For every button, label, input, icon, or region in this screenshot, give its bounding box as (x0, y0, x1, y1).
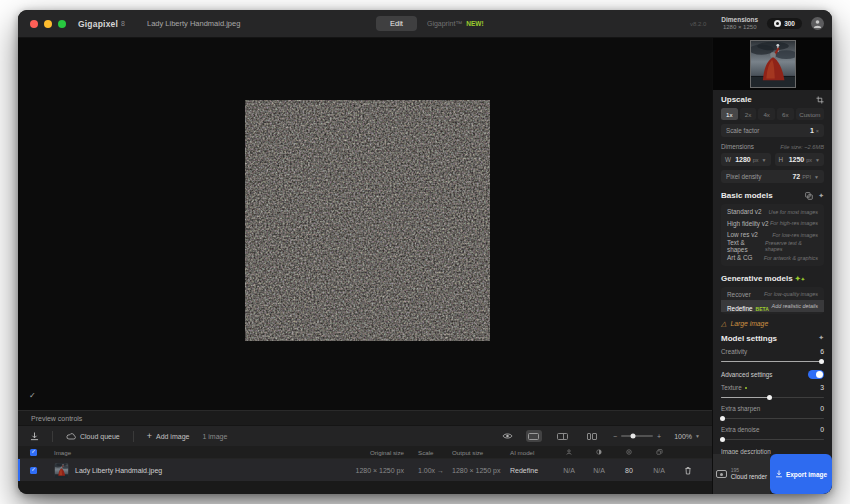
processed-checkmark: ✓ (29, 391, 36, 400)
view-split-button[interactable] (555, 430, 571, 442)
preview-toggle-button[interactable] (502, 432, 513, 440)
scale-option-2x[interactable]: 2x (740, 108, 757, 120)
height-field[interactable]: H 1250 px ▼ (775, 153, 825, 166)
export-image-button[interactable]: Export image (770, 454, 832, 494)
image-count-label: 1 image (202, 433, 227, 440)
warning-triangle-icon: △ (721, 320, 726, 328)
zoom-level-dropdown[interactable]: 100% ▼ (674, 433, 700, 440)
close-button[interactable] (30, 20, 38, 28)
table-row[interactable]: ✓ Lady Liberty Handmaid.jpeg 1280 × 1250… (18, 459, 712, 481)
cloud-render-button[interactable]: 195 Cloud render (713, 454, 770, 494)
column-compression (644, 449, 674, 455)
download-icon (30, 432, 39, 441)
column-output-size: Output size (452, 449, 510, 456)
tab-gigaprint[interactable]: Gigaprint™ (427, 20, 462, 27)
chevron-down-icon[interactable]: ▼ (762, 157, 767, 163)
row-quality-value: 80 (614, 467, 644, 474)
model-item-art-cg[interactable]: Art & CG For artwork & graphics (721, 252, 824, 264)
zoom-slider[interactable] (621, 435, 653, 437)
chevron-down-icon[interactable]: ▼ (815, 157, 820, 163)
height-value[interactable]: 1250 (789, 156, 805, 163)
scale-option-6x[interactable]: 6x (777, 108, 794, 120)
texture-value: 3 (820, 384, 824, 391)
scale-option-1x[interactable]: 1x (721, 108, 738, 120)
chevron-down-icon[interactable]: ▼ (814, 174, 819, 180)
scale-factor-field[interactable]: Scale factor 1 × (721, 124, 824, 137)
texture-label: Texture (721, 384, 747, 391)
advanced-settings-row: Advanced settings (721, 370, 824, 379)
texture-slider-handle[interactable] (767, 395, 772, 400)
scale-factor-label: Scale factor (726, 127, 759, 134)
generative-sparkles-icon: ✦✦ (795, 275, 805, 282)
dimensions-label: Dimensions (721, 143, 754, 150)
avatar[interactable] (811, 17, 824, 30)
pixel-density-field[interactable]: Pixel density 72 PPI ▼ (721, 170, 824, 183)
row-thumbnail (54, 463, 69, 478)
column-original-size: Original size (304, 449, 404, 456)
export-queue-button[interactable] (30, 432, 39, 441)
crop-icon[interactable] (816, 96, 824, 104)
width-field[interactable]: W 1280 px ▼ (721, 153, 771, 166)
generative-models-list: Recover For low-quality images RedefineB… (721, 287, 824, 314)
panel-actions: 195 Cloud render Export image (713, 454, 832, 494)
column-denoise (584, 449, 614, 455)
delete-image-button[interactable] (674, 466, 702, 475)
view-side-by-side-button[interactable] (584, 430, 600, 442)
extra-sharpen-slider[interactable] (721, 416, 824, 421)
minimize-button[interactable] (44, 20, 52, 28)
add-image-button[interactable]: + Add image (147, 432, 190, 441)
model-item-text-shapes[interactable]: Text & shapes Preserve text & shapes (721, 241, 824, 253)
row-compression-value: N/A (644, 467, 674, 474)
dial-icon (626, 449, 632, 455)
single-view-icon (528, 433, 539, 440)
sparkle-icon[interactable]: ✦ (818, 334, 824, 342)
model-item-high-fidelity-v2[interactable]: High fidelity v2 For high-res images (721, 218, 824, 230)
person-icon (566, 449, 572, 455)
trash-icon (684, 466, 692, 475)
model-item-redefine[interactable]: RedefineBETA Add realistic details (721, 300, 824, 312)
select-all-checkbox[interactable]: ✓ (30, 449, 37, 456)
zoom-level-value: 100% (674, 433, 692, 440)
creativity-slider[interactable] (721, 359, 824, 364)
preview-controls-label: Preview controls (31, 415, 82, 422)
document-filename: Lady Liberty Handmaid.jpeg (147, 19, 240, 28)
tab-edit[interactable]: Edit (376, 16, 417, 31)
pixel-density-value[interactable]: 72 (792, 173, 800, 180)
view-single-button[interactable] (526, 430, 542, 442)
fullscreen-button[interactable] (58, 20, 66, 28)
compare-icon[interactable] (805, 192, 813, 200)
scale-factor-value[interactable]: 1 (810, 127, 814, 134)
export-image-label: Export image (786, 471, 827, 478)
basic-models-list: Standard v2 Use for most images High fid… (721, 204, 824, 266)
zoom-out-button[interactable]: − (613, 433, 617, 440)
auto-sparkle-icon[interactable]: ✦ (818, 192, 824, 200)
extra-denoise-slider[interactable] (721, 437, 824, 442)
credits-pill[interactable]: 300 (767, 18, 802, 29)
zoom-slider-handle[interactable] (631, 434, 636, 439)
preview-image[interactable] (245, 100, 490, 341)
cloud-queue-button[interactable]: Cloud queue (66, 433, 120, 440)
panel-content: Upscale 1x 2x 4x 6x Custom Scale factor … (713, 90, 832, 454)
canvas[interactable]: ✓ (18, 38, 712, 410)
model-settings-title: Model settings (721, 334, 777, 343)
model-item-standard-v2[interactable]: Standard v2 Use for most images (721, 206, 824, 218)
advanced-settings-toggle[interactable] (808, 370, 824, 379)
bottom-toolbar: Cloud queue + Add image 1 image (18, 425, 712, 446)
scale-option-4x[interactable]: 4x (758, 108, 775, 120)
width-value[interactable]: 1280 (735, 156, 751, 163)
extra-sharpen-slider-handle[interactable] (720, 416, 725, 421)
queue-table: ✓ Image Original size Scale Output size … (18, 446, 712, 494)
large-image-warning: △ Large image (721, 320, 824, 328)
new-badge: NEW! (466, 20, 483, 27)
texture-slider[interactable] (721, 395, 824, 400)
scale-option-custom[interactable]: Custom (796, 108, 824, 120)
column-scale: Scale (418, 449, 452, 456)
column-quality (614, 449, 644, 455)
row-checkbox[interactable]: ✓ (30, 467, 37, 474)
creativity-slider-handle[interactable] (819, 359, 824, 364)
zoom-in-button[interactable]: + (657, 433, 661, 440)
image-thumbnail[interactable] (750, 40, 796, 88)
header-dimensions-value: 1280 × 1250 (721, 24, 758, 32)
beta-badge: BETA (756, 306, 769, 312)
extra-denoise-slider-handle[interactable] (720, 437, 725, 442)
